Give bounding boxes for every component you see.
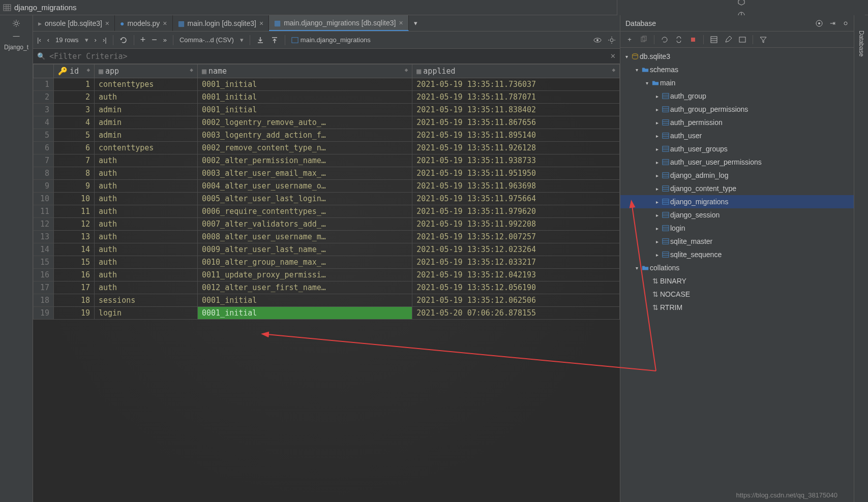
cell-app[interactable]: contenttypes	[95, 142, 198, 154]
table-row[interactable]: 1717auth0012_alter_user_first_name…2021-…	[34, 281, 620, 294]
collapse-icon[interactable]: ⇥	[828, 19, 836, 27]
cell-name[interactable]: 0003_alter_user_email_max_…	[197, 167, 412, 180]
cell-applied[interactable]: 2021-05-19 13:35:12.007257	[412, 231, 620, 243]
cell-applied[interactable]: 2021-05-19 13:35:11.963698	[412, 180, 620, 193]
import-icon[interactable]	[271, 36, 279, 44]
reload-icon[interactable]	[119, 36, 128, 44]
select-datasource-icon[interactable]	[815, 19, 823, 27]
database-tree[interactable]: ▾db.sqlite31▾schemas1▾main▸auth_group▸au…	[620, 48, 868, 502]
sync-icon[interactable]	[675, 36, 683, 44]
sort-icon[interactable]: ◆	[612, 67, 615, 73]
cell-name[interactable]: 0006_require_contenttypes_…	[197, 205, 412, 218]
tree-arrow-icon[interactable]: ▸	[653, 212, 661, 218]
tree-arrow-icon[interactable]: ▾	[633, 265, 641, 271]
cell-applied[interactable]: 2021-05-19 13:35:12.042193	[412, 269, 620, 281]
cell-app[interactable]: auth	[95, 193, 198, 205]
tree-table-auth_user_groups[interactable]: ▸auth_user_groups	[620, 142, 868, 155]
tree-table-sqlite_sequence[interactable]: ▸sqlite_sequence	[620, 248, 868, 261]
stop-sync-icon[interactable]	[689, 36, 697, 44]
column-header[interactable]: ▦app◆	[95, 65, 198, 78]
tabs-overflow-icon[interactable]: ▾	[409, 15, 423, 31]
tree-collation-RTRIM[interactable]: ⇅RTRIM	[620, 301, 868, 314]
close-icon[interactable]: ×	[399, 19, 403, 27]
database-tab-label[interactable]: Database	[858, 30, 865, 56]
tree-schemas[interactable]: ▾schemas1	[620, 63, 868, 76]
cell-name[interactable]: 0012_alter_user_first_name…	[197, 281, 412, 294]
tree-arrow-icon[interactable]: ▸	[653, 160, 661, 165]
cell-id[interactable]: 13	[54, 231, 95, 243]
table-row[interactable]: 88auth0003_alter_user_email_max_…2021-05…	[34, 167, 620, 180]
last-page-icon[interactable]: ›|	[103, 36, 107, 44]
tree-arrow-icon[interactable]: ▸	[653, 120, 661, 125]
cell-id[interactable]: 14	[54, 243, 95, 256]
cell-name[interactable]: 0001_initial	[197, 307, 412, 320]
filter-icon[interactable]	[759, 36, 767, 44]
export-icon[interactable]	[256, 36, 264, 44]
tree-table-auth_group_permissions[interactable]: ▸auth_group_permissions	[620, 103, 868, 116]
cell-app[interactable]: sessions	[95, 294, 198, 307]
cell-name[interactable]: 0004_alter_user_username_o…	[197, 180, 412, 193]
cell-app[interactable]: auth	[95, 154, 198, 167]
cell-id[interactable]: 2	[54, 91, 95, 104]
console-icon[interactable]	[738, 36, 746, 44]
table-row[interactable]: 33admin0001_initial2021-05-19 13:35:11.8…	[34, 104, 620, 116]
cell-app[interactable]: auth	[95, 231, 198, 243]
tree-collation-NOCASE[interactable]: ⇅NOCASE	[620, 288, 868, 301]
tree-table-auth_user[interactable]: ▸auth_user	[620, 129, 868, 142]
cell-applied[interactable]: 2021-05-19 13:35:11.979620	[412, 205, 620, 218]
cell-applied[interactable]: 2021-05-19 13:35:11.867656	[412, 116, 620, 129]
cell-id[interactable]: 19	[54, 307, 95, 320]
cell-app[interactable]: auth	[95, 91, 198, 104]
tree-database[interactable]: ▾db.sqlite31	[620, 50, 868, 63]
cell-id[interactable]: 4	[54, 116, 95, 129]
add-datasource-icon[interactable]: +	[625, 36, 634, 44]
cell-id[interactable]: 17	[54, 281, 95, 294]
coverage-icon[interactable]	[737, 0, 745, 6]
tree-arrow-icon[interactable]: ▸	[653, 93, 661, 99]
tree-arrow-icon[interactable]: ▾	[633, 67, 641, 73]
sidebar-item-django[interactable]: Django_t	[4, 44, 28, 51]
rows-count[interactable]: 19 rows	[55, 36, 79, 44]
cell-applied[interactable]: 2021-05-19 13:35:12.023264	[412, 243, 620, 256]
cell-applied[interactable]: 2021-05-19 13:35:12.033217	[412, 256, 620, 269]
table-row[interactable]: 77auth0002_alter_permission_name…2021-05…	[34, 154, 620, 167]
table-row[interactable]: 1616auth0011_update_proxy_permissi…2021-…	[34, 269, 620, 281]
cell-applied[interactable]: 2021-05-19 13:35:11.992208	[412, 218, 620, 231]
tree-table-sqlite_master[interactable]: ▸sqlite_master	[620, 235, 868, 248]
close-icon[interactable]: ×	[163, 19, 167, 27]
table-row[interactable]: 66contenttypes0002_remove_content_type_n…	[34, 142, 620, 154]
tree-table-auth_group[interactable]: ▸auth_group	[620, 89, 868, 103]
edit-icon[interactable]	[724, 36, 732, 44]
editor-tab[interactable]: ▸onsole [db.sqlite3]×	[33, 15, 115, 31]
tree-table-django_session[interactable]: ▸django_session	[620, 208, 868, 222]
data-grid[interactable]: 🔑id◆▦app◆▦name◆▦applied◆ 11contenttypes0…	[33, 64, 620, 502]
panel-gear-icon[interactable]	[842, 19, 850, 27]
cell-name[interactable]: 0001_initial	[197, 104, 412, 116]
tree-collation-BINARY[interactable]: ⇅BINARY	[620, 274, 868, 288]
table-row[interactable]: 22auth0001_initial2021-05-19 13:35:11.78…	[34, 91, 620, 104]
table-row[interactable]: 55admin0003_logentry_add_action_f…2021-0…	[34, 129, 620, 142]
editor-tab[interactable]: ●models.py×	[115, 15, 172, 31]
cell-name[interactable]: 0008_alter_user_username_m…	[197, 231, 412, 243]
cell-app[interactable]: contenttypes	[95, 78, 198, 91]
table-row[interactable]: 44admin0002_logentry_remove_auto_…2021-0…	[34, 116, 620, 129]
refresh-icon[interactable]	[661, 36, 669, 44]
close-icon[interactable]: ×	[105, 19, 109, 27]
cell-app[interactable]: auth	[95, 256, 198, 269]
tree-table-django_content_type[interactable]: ▸django_content_type	[620, 182, 868, 195]
tree-arrow-icon[interactable]: ▸	[653, 146, 661, 152]
cell-name[interactable]: 0001_initial	[197, 91, 412, 104]
cell-app[interactable]: auth	[95, 180, 198, 193]
cell-applied[interactable]: 2021-05-19 13:35:11.895140	[412, 129, 620, 142]
tree-table-auth_permission[interactable]: ▸auth_permission	[620, 116, 868, 129]
table-row[interactable]: 99auth0004_alter_user_username_o…2021-05…	[34, 180, 620, 193]
table-row[interactable]: 1818sessions0001_initial2021-05-19 13:35…	[34, 294, 620, 307]
tree-arrow-icon[interactable]: ▸	[653, 239, 661, 244]
cell-id[interactable]: 10	[54, 193, 95, 205]
prev-page-icon[interactable]: ‹	[47, 36, 49, 44]
cell-app[interactable]: login	[95, 307, 198, 320]
settings-icon[interactable]	[608, 36, 616, 44]
cell-name[interactable]: 0010_alter_group_name_max_…	[197, 256, 412, 269]
first-page-icon[interactable]: |‹	[37, 36, 41, 44]
tree-arrow-icon[interactable]: ▾	[643, 80, 651, 86]
